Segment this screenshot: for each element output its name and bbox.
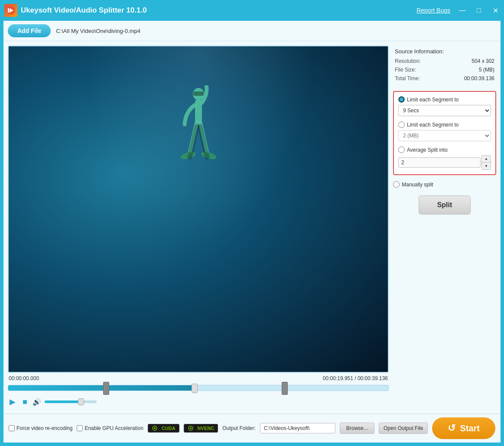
resolution-label: Resolution: — [395, 58, 421, 64]
browse-button[interactable]: Browse... — [340, 423, 374, 434]
radio-row-size: Limit each Segment to — [398, 121, 491, 128]
source-info-title: Source Information: — [395, 48, 494, 55]
split-options-box: Limit each Segment to 9 Secs 10 Secs 15 … — [393, 91, 496, 175]
start-icon: ↺ — [448, 423, 455, 434]
volume-slider[interactable] — [45, 400, 97, 403]
progress-thumb[interactable] — [192, 384, 198, 393]
title-bar: Ukeysoft Video/Audio Splitter 10.1.0 Rep… — [0, 0, 504, 21]
select-row-time: 9 Secs 10 Secs 15 Secs 20 Secs 30 Secs — [398, 105, 491, 116]
resolution-value: 504 x 302 — [471, 58, 494, 64]
volume-fill — [45, 400, 81, 403]
force-encoding-label[interactable]: Force video re-encoding — [9, 425, 72, 431]
maximize-button[interactable]: □ — [475, 7, 483, 14]
option-row-size: Limit each Segment to 2 (MB) 5 (MB) 10 (… — [398, 121, 491, 141]
totaltime-label: Total Time: — [395, 75, 420, 81]
bottom-bar: Force video re-encoding Enable GPU Accel… — [3, 413, 501, 443]
select-row-size: 2 (MB) 5 (MB) 10 (MB) 20 (MB) 50 (MB) — [398, 130, 491, 141]
main-container: Add File C:\All My Video\One\diving-0.mp… — [3, 21, 501, 443]
volume-icon: 🔊 — [33, 398, 41, 406]
output-folder-input[interactable] — [260, 423, 335, 433]
source-info: Source Information: Resolution: 504 x 30… — [393, 46, 496, 87]
force-encoding-text: Force video re-encoding — [16, 425, 72, 431]
video-container — [8, 46, 389, 373]
start-label: Start — [460, 423, 480, 433]
diver-svg — [177, 85, 220, 198]
info-row-resolution: Resolution: 504 x 302 — [395, 58, 494, 64]
add-file-button[interactable]: Add File — [8, 24, 51, 37]
volume-thumb[interactable] — [78, 398, 84, 405]
gpu-accel-checkbox[interactable] — [77, 425, 83, 431]
spinner-buttons: ▲ ▼ — [481, 155, 491, 170]
toolbar: Add File C:\All My Video\One\diving-0.mp… — [3, 21, 501, 41]
radio-size[interactable] — [398, 121, 405, 128]
split-marker-2[interactable] — [282, 382, 288, 395]
title-bar-left: Ukeysoft Video/Audio Splitter 10.1.0 — [4, 4, 147, 17]
open-output-button[interactable]: Open Output File — [379, 423, 428, 434]
radio-row-time: Limit each Segment to — [398, 96, 491, 103]
radio-average[interactable] — [398, 146, 405, 153]
progress-fill — [8, 385, 195, 391]
close-button[interactable]: ✕ — [491, 7, 500, 15]
option1-label: Limit each Segment to — [407, 97, 458, 103]
cuda-badge: CUDA — [148, 424, 179, 433]
select-row-average: ▲ ▼ — [398, 155, 491, 170]
content-area: 00:00:00.000 00:00:19.951 / 00:00:39.136… — [3, 41, 501, 413]
right-panel: Source Information: Resolution: 504 x 30… — [393, 46, 496, 409]
manually-split-label: Manually split — [402, 182, 433, 188]
size-segment-select[interactable]: 2 (MB) 5 (MB) 10 (MB) 20 (MB) 50 (MB) — [398, 130, 491, 141]
time-start: 00:00:00.000 — [9, 375, 39, 381]
video-panel: 00:00:00.000 00:00:19.951 / 00:00:39.136… — [8, 46, 389, 409]
progress-bar[interactable] — [8, 385, 389, 391]
cuda-icon — [152, 425, 160, 431]
option3-label: Average Split into — [407, 147, 448, 153]
time-display: 00:00:00.000 00:00:19.951 / 00:00:39.136 — [8, 375, 389, 381]
svg-rect-2 — [8, 8, 9, 13]
time-segment-select[interactable]: 9 Secs 10 Secs 15 Secs 20 Secs 30 Secs — [398, 105, 491, 116]
start-button[interactable]: ↺ Start — [432, 417, 495, 439]
underwater-scene — [9, 46, 388, 372]
gpu-accel-text: Enable GPU Acceleration — [85, 425, 143, 431]
split-button[interactable]: Split — [419, 195, 471, 215]
stop-button[interactable]: ■ — [21, 397, 29, 407]
spinner-up[interactable]: ▲ — [482, 156, 491, 163]
info-row-filesize: File Size: 5 (MB) — [395, 67, 494, 73]
app-icon — [4, 4, 17, 17]
playback-controls: ▶ ■ 🔊 — [8, 394, 389, 409]
nvenc-icon — [188, 425, 196, 431]
filesize-value: 5 (MB) — [479, 67, 494, 73]
time-current-total: 00:00:19.951 / 00:00:39.136 — [323, 375, 388, 381]
nvenc-label: NVENC — [198, 426, 215, 431]
info-row-totaltime: Total Time: 00:00:39.136 — [395, 75, 494, 81]
minimize-button[interactable]: — — [458, 7, 467, 14]
nvenc-badge: NVENC — [184, 424, 218, 433]
output-folder-label: Output Folder: — [222, 425, 256, 431]
title-bar-right: Report Bugs — □ ✕ — [416, 7, 500, 15]
filesize-label: File Size: — [395, 67, 416, 73]
radio-manual[interactable] — [393, 181, 400, 188]
spinner-down[interactable]: ▼ — [482, 163, 491, 169]
split-marker-1[interactable] — [103, 382, 109, 395]
cuda-label: CUDA — [162, 426, 176, 431]
svg-point-13 — [190, 427, 192, 429]
option2-label: Limit each Segment to — [407, 122, 458, 128]
play-button[interactable]: ▶ — [8, 396, 17, 407]
split-button-container: Split — [393, 195, 496, 215]
report-bugs-link[interactable]: Report Bugs — [416, 7, 450, 14]
average-split-input[interactable] — [398, 157, 481, 168]
video-preview — [9, 46, 388, 372]
radio-row-average: Average Split into — [398, 146, 491, 153]
svg-rect-4 — [193, 91, 204, 96]
svg-point-10 — [154, 427, 156, 429]
option-row-time: Limit each Segment to 9 Secs 10 Secs 15 … — [398, 96, 491, 116]
app-title: Ukeysoft Video/Audio Splitter 10.1.0 — [21, 6, 147, 15]
radio-time[interactable] — [398, 96, 405, 103]
manually-split-row: Manually split — [393, 179, 496, 189]
gpu-accel-label[interactable]: Enable GPU Acceleration — [77, 425, 143, 431]
totaltime-value: 00:00:39.136 — [464, 75, 494, 81]
option-row-average: Average Split into ▲ ▼ — [398, 146, 491, 170]
force-encoding-checkbox[interactable] — [9, 425, 15, 431]
file-path: C:\All My Video\One\diving-0.mp4 — [56, 28, 140, 34]
